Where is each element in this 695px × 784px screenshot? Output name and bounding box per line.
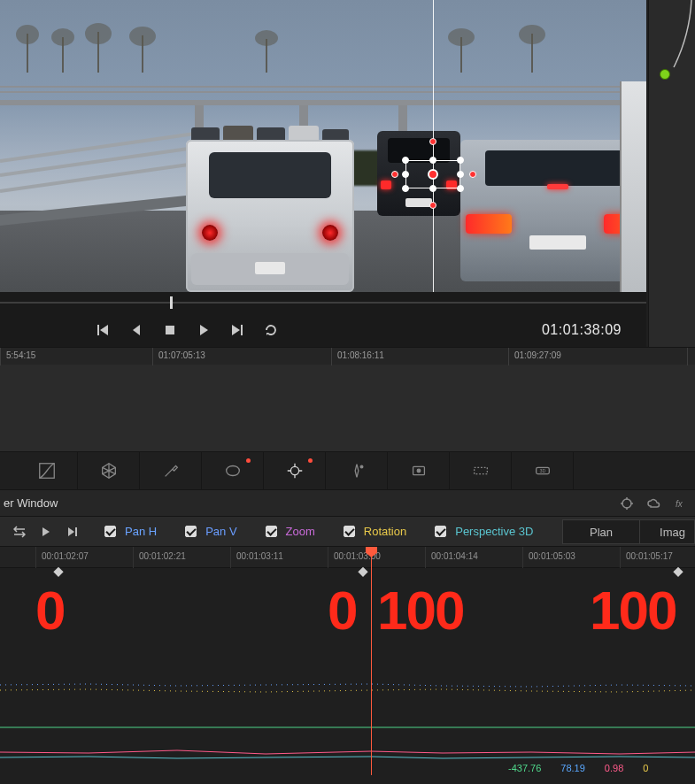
overlay-number: 100 — [590, 579, 676, 642]
qualifier-tool-icon[interactable] — [140, 451, 202, 490]
svg-point-3 — [290, 466, 298, 474]
track-forward-button[interactable] — [39, 525, 53, 539]
van-edge — [620, 81, 646, 292]
go-to-start-button[interactable] — [94, 321, 112, 339]
key-tool-icon[interactable] — [450, 451, 512, 490]
stereo-3d-tool-icon[interactable]: 3D — [512, 451, 574, 490]
foreground-vehicle-left — [186, 140, 354, 292]
color-tool-row: 3D — [0, 451, 695, 490]
ruler-tick: 01:08:16:11 — [331, 348, 384, 365]
overlay-number: 0 — [35, 579, 64, 642]
cloud-tracker-icon[interactable] — [645, 496, 661, 511]
perspective-3d-checkbox[interactable]: Perspective 3D — [422, 523, 542, 540]
pan-v-checkbox[interactable]: Pan V — [173, 523, 245, 540]
ruler-tick: 01:07:05:13 — [152, 348, 205, 365]
ruler-tick: 5:54:15 — [0, 348, 35, 365]
tracker-readout: -437.76 78.19 0.98 0 — [508, 763, 648, 773]
mode-plan-button[interactable]: Plan — [562, 519, 640, 544]
overlay-number: 0 — [328, 579, 356, 642]
svg-text:fx: fx — [676, 499, 683, 509]
clip-ruler[interactable]: 5:54:15 01:07:05:13 01:08:16:11 01:09:27… — [0, 347, 695, 365]
loop-button[interactable] — [262, 321, 280, 339]
svg-point-4 — [360, 465, 363, 468]
keyframe-icon[interactable] — [358, 567, 367, 577]
tracker-curves — [0, 669, 695, 766]
color-warper-tool-icon[interactable] — [78, 451, 140, 490]
clip-thumbnail-strip[interactable] — [0, 365, 695, 451]
zoom-checkbox[interactable]: Zoom — [253, 523, 324, 540]
tracked-vehicle — [377, 131, 460, 216]
viewer-scrubber[interactable] — [0, 292, 646, 313]
svg-point-2 — [226, 466, 239, 476]
keyframe-icon[interactable] — [53, 567, 63, 577]
blur-tool-icon[interactable] — [388, 451, 450, 490]
panel-title: er Window — [4, 496, 58, 510]
mode-image-button[interactable]: Imag — [640, 519, 695, 544]
track-reverse-forward-button[interactable] — [12, 525, 27, 539]
track-next-frame-button[interactable] — [66, 525, 80, 539]
curve-node-icon[interactable] — [660, 69, 670, 80]
overlay-number: 100 — [377, 579, 463, 642]
graph-ruler[interactable]: 00:01:02:07 00:01:02:21 00:01:03:11 00:0… — [0, 547, 695, 568]
magic-mask-tool-icon[interactable] — [326, 451, 388, 490]
tracker-tool-icon[interactable] — [264, 451, 326, 490]
svg-point-10 — [622, 499, 631, 508]
stop-button[interactable] — [161, 321, 179, 339]
crosshair-icon[interactable] — [619, 496, 635, 511]
go-to-end-button[interactable] — [228, 321, 246, 339]
svg-text:3D: 3D — [539, 468, 545, 473]
curves-tool-icon[interactable] — [16, 451, 78, 490]
rotation-checkbox[interactable]: Rotation — [331, 523, 415, 540]
foreground-vehicle-right — [460, 140, 646, 281]
step-back-button[interactable] — [127, 321, 145, 339]
preview-viewer[interactable] — [0, 0, 646, 292]
window-tool-icon[interactable] — [202, 451, 264, 490]
svg-rect-7 — [474, 467, 487, 473]
keyframe-icon[interactable] — [673, 567, 683, 577]
inspector-sidebar — [648, 0, 695, 347]
play-button[interactable] — [195, 321, 212, 339]
fx-icon[interactable]: fx — [672, 496, 688, 511]
viewer-timecode[interactable]: 01:01:38:09 — [542, 313, 622, 347]
tracker-graph[interactable]: 00:01:02:07 00:01:02:21 00:01:03:11 00:0… — [0, 547, 695, 775]
svg-point-6 — [417, 469, 421, 473]
svg-rect-0 — [166, 326, 174, 334]
graph-playhead[interactable] — [371, 547, 372, 775]
pan-h-checkbox[interactable]: Pan H — [92, 523, 166, 540]
ruler-tick: 01:09:27:09 — [508, 348, 561, 365]
